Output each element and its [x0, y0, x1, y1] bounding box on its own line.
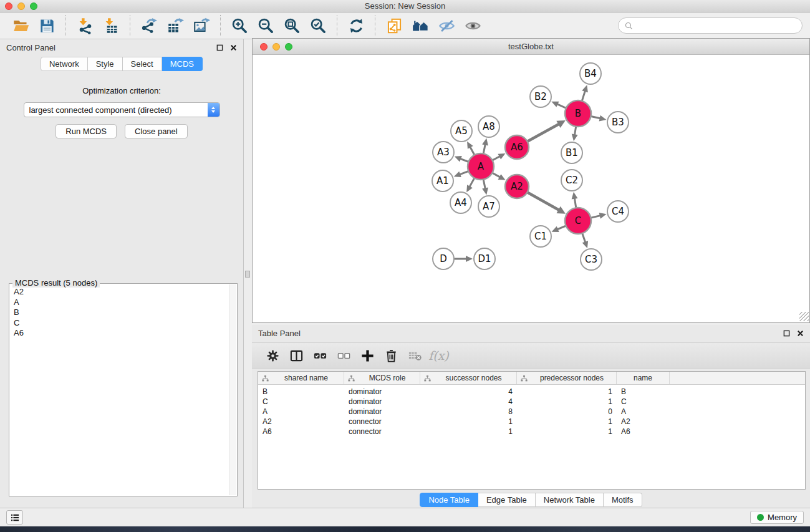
node-C2[interactable]: C2 — [561, 170, 582, 191]
table-cell[interactable]: dominator — [344, 387, 420, 396]
table-cell[interactable]: A — [617, 407, 670, 416]
run-mcds-button[interactable]: Run MCDS — [55, 124, 117, 138]
node-C4[interactable]: C4 — [607, 201, 629, 222]
node-B[interactable]: B — [565, 100, 591, 127]
column-header-predecessor-nodes[interactable]: predecessor nodes — [517, 372, 617, 384]
import-table-icon[interactable] — [101, 15, 121, 36]
tab-node-table[interactable]: Node Table — [420, 493, 478, 507]
table-cell[interactable]: A2 — [258, 417, 344, 426]
column-header-shared-name[interactable]: shared name — [258, 372, 344, 384]
zoom-network-button[interactable] — [285, 43, 292, 51]
result-scrollbar[interactable] — [229, 284, 236, 495]
float-panel-icon[interactable] — [216, 44, 223, 51]
zoom-fit-icon[interactable] — [282, 15, 302, 36]
table-row[interactable]: Bdominator41B — [258, 387, 805, 397]
tab-mcds[interactable]: MCDS — [162, 57, 203, 71]
criterion-dropdown[interactable]: largest connected component (directed) — [24, 102, 220, 117]
export-network-icon[interactable] — [139, 15, 159, 36]
table-cell[interactable]: 4 — [420, 387, 517, 396]
refresh-layout-icon[interactable] — [346, 15, 366, 36]
table-cell[interactable]: A6 — [617, 427, 670, 436]
add-column-icon[interactable] — [357, 345, 378, 366]
open-file-icon[interactable] — [11, 15, 31, 36]
divider-handle[interactable] — [245, 271, 250, 278]
zoom-selected-icon[interactable] — [308, 15, 328, 36]
close-table-panel-icon[interactable] — [797, 330, 804, 337]
search-field[interactable] — [618, 17, 803, 34]
table-cell[interactable]: 1 — [517, 427, 617, 436]
export-table-icon[interactable] — [165, 15, 185, 36]
table-cell[interactable]: A6 — [258, 427, 344, 436]
resize-grip-icon[interactable] — [799, 312, 809, 321]
tab-style[interactable]: Style — [88, 57, 123, 71]
tab-select[interactable]: Select — [123, 57, 162, 71]
table-cell[interactable]: dominator — [344, 397, 420, 406]
node-A8[interactable]: A8 — [478, 116, 499, 137]
panel-divider[interactable] — [244, 39, 252, 508]
memory-button[interactable]: Memory — [750, 511, 804, 524]
node-B2[interactable]: B2 — [530, 86, 551, 107]
node-B4[interactable]: B4 — [580, 63, 601, 84]
table-cell[interactable]: B — [258, 387, 344, 396]
zoom-in-icon[interactable] — [229, 15, 249, 36]
table-cell[interactable]: 0 — [517, 407, 617, 416]
node-C1[interactable]: C1 — [530, 226, 551, 247]
tab-motifs[interactable]: Motifs — [604, 493, 642, 507]
network-window-titlebar[interactable]: testGlobe.txt — [253, 39, 809, 55]
minimize-network-button[interactable] — [272, 43, 280, 51]
first-neighbors-icon[interactable] — [410, 15, 430, 36]
table-row[interactable]: A6connector11A6 — [258, 427, 805, 437]
table-cell[interactable]: dominator — [344, 407, 420, 416]
column-header-MCDS-role[interactable]: MCDS role — [344, 372, 420, 384]
minimize-window-button[interactable] — [17, 2, 25, 10]
table-cell[interactable]: connector — [344, 427, 420, 436]
close-window-button[interactable] — [5, 2, 12, 10]
node-A5[interactable]: A5 — [451, 120, 472, 142]
table-row[interactable]: Adominator80A — [258, 407, 805, 417]
column-header-name[interactable]: name — [617, 372, 670, 384]
table-row[interactable]: Cdominator41C — [258, 397, 805, 407]
node-B1[interactable]: B1 — [561, 142, 582, 163]
table-cell[interactable]: 1 — [517, 397, 617, 406]
deselect-all-icon[interactable] — [333, 345, 355, 366]
split-view-icon[interactable] — [286, 345, 307, 366]
zoom-window-button[interactable] — [30, 2, 37, 10]
node-D1[interactable]: D1 — [474, 248, 495, 269]
network-canvas[interactable]: B4B2BB3B1A5A8A6A3AA1C2A2A4A7C4CC1C3DD1 — [253, 55, 809, 322]
tab-edge-table[interactable]: Edge Table — [478, 493, 536, 507]
delete-column-icon[interactable] — [380, 345, 402, 366]
table-cell[interactable]: 1 — [517, 417, 617, 426]
table-cell[interactable]: A — [258, 407, 344, 416]
close-panel-button[interactable]: Close panel — [125, 124, 188, 138]
node-A7[interactable]: A7 — [478, 196, 499, 217]
table-cell[interactable]: 1 — [420, 417, 517, 426]
node-B3[interactable]: B3 — [607, 112, 629, 133]
float-table-panel-icon[interactable] — [783, 330, 790, 337]
show-all-icon[interactable] — [463, 15, 483, 36]
select-all-icon[interactable] — [309, 345, 331, 366]
table-cell[interactable]: 4 — [420, 397, 517, 406]
save-session-icon[interactable] — [37, 15, 57, 36]
node-A4[interactable]: A4 — [450, 192, 471, 213]
table-cell[interactable]: 8 — [420, 407, 517, 416]
import-network-icon[interactable] — [75, 15, 95, 36]
table-cell[interactable]: C — [617, 397, 670, 406]
node-A[interactable]: A — [468, 153, 494, 180]
close-panel-icon[interactable] — [230, 44, 237, 51]
hide-selected-icon[interactable] — [436, 15, 456, 36]
node-D[interactable]: D — [433, 248, 454, 269]
network-graph[interactable]: B4B2BB3B1A5A8A6A3AA1C2A2A4A7C4CC1C3DD1 — [253, 55, 809, 322]
zoom-out-icon[interactable] — [256, 15, 276, 36]
node-A2[interactable]: A2 — [505, 175, 529, 198]
table-row[interactable]: A2connector11A2 — [258, 417, 805, 427]
node-A3[interactable]: A3 — [433, 142, 454, 163]
node-A6[interactable]: A6 — [505, 135, 529, 159]
export-image-icon[interactable] — [191, 15, 211, 36]
column-header-successor-nodes[interactable]: successor nodes — [420, 372, 517, 384]
table-cell[interactable]: 1 — [517, 387, 617, 396]
node-C[interactable]: C — [565, 208, 591, 234]
table-cell[interactable]: B — [617, 387, 670, 396]
tab-network-table[interactable]: Network Table — [536, 493, 604, 507]
search-input[interactable] — [637, 21, 796, 31]
close-network-button[interactable] — [260, 43, 268, 51]
